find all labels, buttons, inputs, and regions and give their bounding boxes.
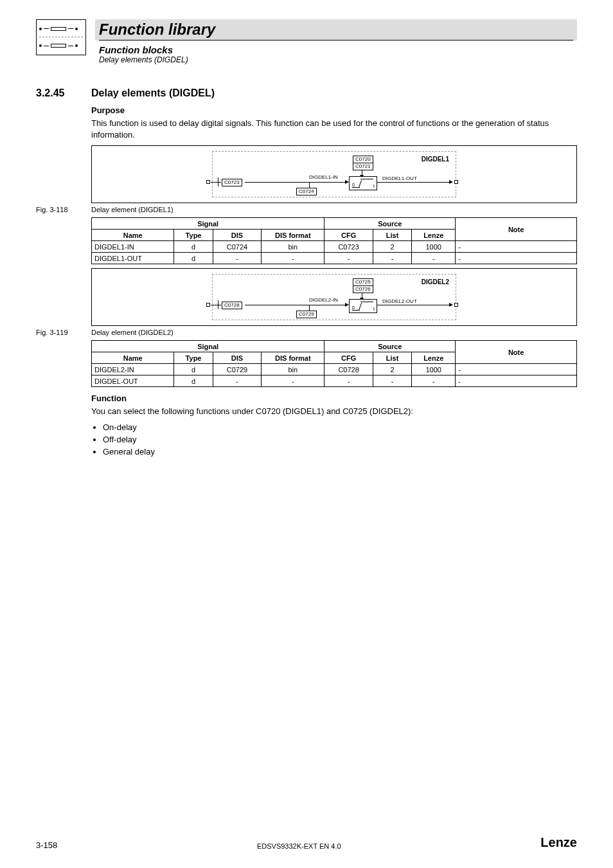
function-heading: Function [91, 393, 577, 403]
table-row: DIGDEL2-IN d C0729 bin C0728 2 1000 - [92, 364, 577, 375]
c0723-box: C0723 [222, 179, 242, 186]
t2-col-lenze: Lenze [412, 352, 456, 364]
t1-note-hdr: Note [456, 218, 577, 241]
t1-col-lenze: Lenze [412, 230, 456, 241]
diagram-digdel1: C0720 C0721 DIGDEL1 C0723 DIGDEL1-IN C07… [91, 145, 577, 203]
t2-signal-hdr: Signal [92, 341, 324, 352]
t2-col-name: Name [92, 352, 174, 364]
page-subtitle-2: Delay elements (DIGDEL) [95, 55, 577, 64]
page-header: Function library Function blocks Delay e… [36, 19, 577, 64]
t1-col-cfg: CFG [324, 230, 373, 241]
list-item: Off-delay [103, 435, 577, 444]
diagram-digdel2: C0725 C0726 DIGDEL2 C0728 DIGDEL2-IN C07… [91, 268, 577, 326]
fig-3-118-caption: Delay element (DIGDEL1) [91, 206, 173, 213]
fig-3-119: Fig. 3-119 Delay element (DIGDEL2) [36, 329, 577, 336]
t2-col-type: Type [174, 352, 213, 364]
fig-3-118: Fig. 3-118 Delay element (DIGDEL1) [36, 206, 577, 213]
c0728-box: C0728 [222, 302, 242, 309]
page-subtitle-1: Function blocks [95, 43, 577, 55]
t1-signal-hdr: Signal [92, 218, 324, 230]
page-number: 3-158 [36, 840, 57, 850]
purpose-text: This function is used to delay digital s… [91, 118, 577, 140]
t2-col-cfg: CFG [324, 352, 373, 364]
c0729-box: C0729 [296, 311, 317, 318]
list-item: On-delay [103, 422, 577, 432]
t1-col-list: List [373, 230, 411, 241]
t1-col-name: Name [92, 230, 174, 241]
page-footer: 3-158 EDSVS9332K-EXT EN 4.0 Lenze [36, 835, 577, 850]
t1-source-hdr: Source [324, 218, 456, 230]
t1-col-dis: DIS [213, 230, 262, 241]
fig-3-119-caption: Delay element (DIGDEL2) [91, 329, 173, 336]
function-text: You can select the following functions u… [91, 406, 577, 417]
t1-col-disf: DIS format [262, 230, 324, 241]
table-row: DIGDEL1-IN d C0724 bin C0723 2 1000 - [92, 241, 577, 253]
list-item: General delay [103, 447, 577, 457]
t2-col-dis: DIS [213, 352, 262, 364]
t2-col-list: List [373, 352, 411, 364]
digdel2-in-label: DIGDEL2-IN [309, 297, 338, 303]
signal-table-2: Signal Source Note Name Type DIS DIS for… [91, 340, 577, 387]
t2-source-hdr: Source [324, 341, 456, 352]
digdel1-label: DIGDEL1 [422, 156, 449, 163]
digdel1-out-label: DIGDEL1-OUT [382, 176, 417, 181]
fig-3-119-num: Fig. 3-119 [36, 329, 91, 336]
digdel2-out-label: DIGDEL2-OUT [382, 298, 417, 304]
t2-note-hdr: Note [456, 341, 577, 364]
section-heading: 3.2.45 Delay elements (DIGDEL) [36, 87, 577, 99]
t1-col-type: Type [174, 230, 213, 241]
digdel2-label: DIGDEL2 [422, 278, 449, 285]
section-number: 3.2.45 [36, 87, 91, 99]
signal-table-1: Signal Source Note Name Type DIS DIS for… [91, 217, 577, 264]
brand-logo: Lenze [540, 835, 577, 850]
page-title: Function library [99, 21, 573, 41]
fig-3-118-num: Fig. 3-118 [36, 206, 91, 213]
table-row: DIGDEL-OUT d - - - - - - [92, 375, 577, 387]
page: Function library Function blocks Delay e… [0, 0, 613, 457]
table-row: DIGDEL1-OUT d - - - - - - [92, 253, 577, 264]
c0724-box: C0724 [296, 188, 317, 195]
purpose-heading: Purpose [91, 105, 577, 115]
function-list: On-delay Off-delay General delay [91, 422, 577, 457]
c0721-box: C0721 [353, 163, 373, 170]
digdel1-in-label: DIGDEL1-IN [309, 174, 338, 180]
section-title: Delay elements (DIGDEL) [91, 87, 215, 99]
c0726-box: C0726 [353, 285, 373, 293]
doc-id: EDSVS9332K-EXT EN 4.0 [257, 842, 341, 850]
block-icon [36, 19, 86, 55]
t2-col-disf: DIS format [262, 352, 324, 364]
